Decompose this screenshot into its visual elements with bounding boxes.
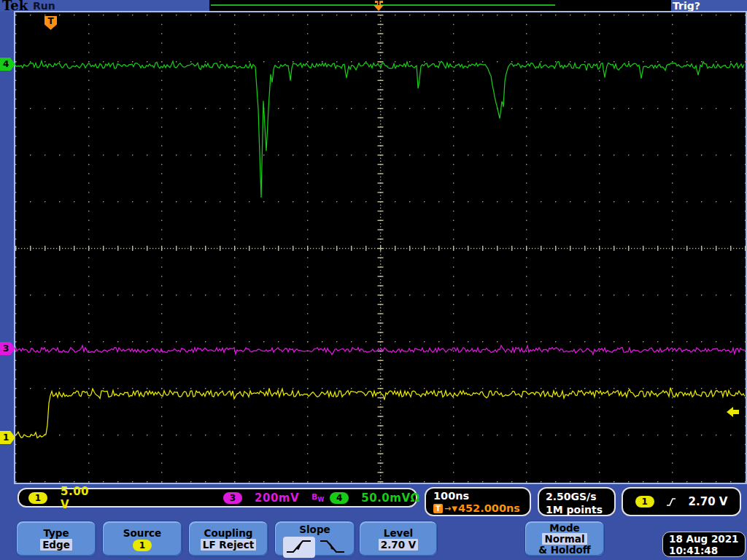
- trigger-source-badge: 1: [635, 496, 654, 508]
- menu-button-slope[interactable]: Slope: [274, 521, 355, 557]
- trigger-delay: T→▼452.000ns: [433, 502, 530, 514]
- trigger-readout-box: 1 2.70 V: [622, 487, 741, 516]
- menu-button-source[interactable]: Source 1: [102, 521, 182, 557]
- arrow-right-icon: →: [444, 504, 451, 513]
- trigger-position-icon[interactable]: T: [374, 0, 384, 11]
- arrow-down-icon: ▼: [452, 505, 457, 513]
- menu-button-type[interactable]: Type Edge: [16, 521, 96, 557]
- ch4-scale: 50.0mVΩ: [361, 491, 420, 505]
- trigger-level-arrow-icon[interactable]: [727, 407, 740, 417]
- level-label: Level: [384, 527, 413, 539]
- type-value: Edge: [40, 539, 72, 551]
- ch1-badge[interactable]: 1: [28, 492, 47, 504]
- waveform-display: [14, 11, 747, 484]
- horizontal-readout-box: 100ns T→▼452.000ns: [425, 487, 531, 516]
- channel-readout-box: 1 5.00 V 3 200mV BW 4 50.0mVΩ: [18, 488, 417, 508]
- trigger-level-value: 2.70 V: [689, 495, 728, 508]
- ch3-scale: 200mV: [255, 491, 299, 505]
- source-label: Source: [123, 527, 161, 539]
- falling-slope-icon[interactable]: [319, 537, 347, 557]
- channel-1-position-marker[interactable]: 1: [0, 431, 15, 444]
- acquisition-readout-box: 2.50GS/s 1M points: [538, 487, 616, 516]
- timebase-scale: 100ns: [433, 490, 530, 502]
- ch3-badge[interactable]: 3: [223, 492, 242, 504]
- menu-button-level[interactable]: Level 2.70 V: [359, 521, 438, 557]
- ch4-badge[interactable]: 4: [330, 492, 349, 504]
- menu-button-coupling[interactable]: Coupling LF Reject: [188, 521, 268, 557]
- slope-label: Slope: [299, 524, 330, 535]
- bandwidth-limit-icon: BW: [311, 492, 324, 503]
- level-value: 2.70 V: [379, 539, 418, 551]
- acquisition-status: Run: [33, 0, 55, 12]
- mode-value-2: & Holdoff: [538, 545, 591, 556]
- type-label: Type: [43, 527, 69, 539]
- coupling-label: Coupling: [204, 527, 253, 539]
- trigger-delay-value: 452.000ns: [458, 502, 520, 514]
- mode-label: Mode: [549, 523, 580, 534]
- time-value: 10:41:48: [669, 545, 745, 556]
- date-value: 18 Aug 2021: [669, 533, 745, 545]
- channel-3-position-marker[interactable]: 3: [0, 342, 15, 355]
- top-status-bar: Tek Run T Trig?: [0, 0, 747, 12]
- datetime-box: 18 Aug 2021 10:41:48: [662, 532, 746, 557]
- coupling-value: LF Reject: [201, 539, 256, 551]
- sample-rate: 2.50GS/s: [546, 490, 614, 503]
- mode-value-1: Normal: [542, 533, 587, 545]
- source-channel-badge: 1: [133, 540, 152, 551]
- trigger-status: Trig?: [673, 0, 700, 12]
- rising-edge-icon: [666, 497, 677, 508]
- ohm-icon: Ω: [411, 491, 420, 505]
- ch1-scale: 5.00 V: [61, 485, 89, 511]
- trigger-t-icon: T: [433, 504, 443, 513]
- record-length: 1M points: [546, 503, 614, 516]
- menu-button-mode[interactable]: Mode Normal & Holdoff: [525, 521, 605, 557]
- channel-4-position-marker[interactable]: 4: [0, 58, 15, 71]
- rising-slope-icon[interactable]: [283, 537, 315, 558]
- record-view-bar[interactable]: T: [209, 0, 671, 11]
